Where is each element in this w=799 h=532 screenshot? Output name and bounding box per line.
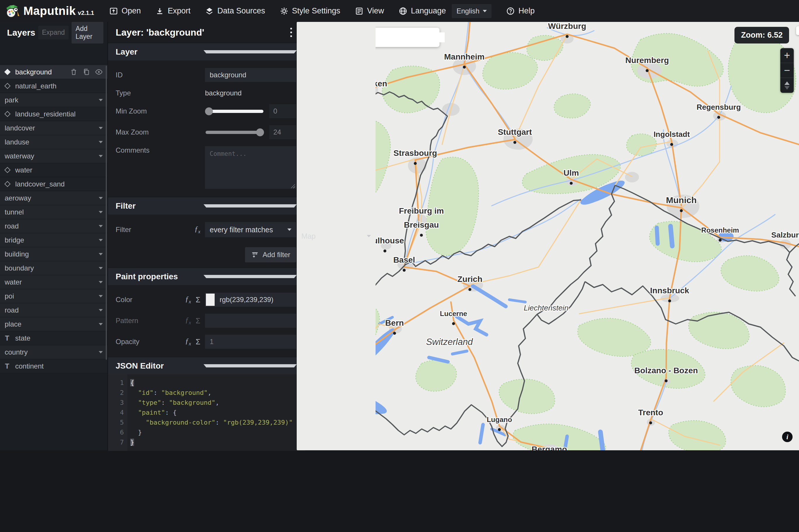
zoom-out-button[interactable]: −	[780, 63, 794, 78]
sidebar-item-natural_earth[interactable]: natural_earth	[0, 79, 108, 93]
sidebar-item-continent[interactable]: Tcontinent	[0, 359, 108, 373]
kebab-menu-icon[interactable]	[290, 28, 292, 37]
function-icon[interactable]: ƒx	[185, 295, 191, 305]
add-filter-icon	[251, 251, 259, 259]
svg-text:Rosenheim: Rosenheim	[701, 226, 739, 234]
sidebar-item-aeroway[interactable]: aeroway	[0, 191, 108, 205]
layer-name: landuse	[5, 138, 29, 146]
export-button[interactable]: Export	[155, 6, 190, 16]
chevron-down-icon	[99, 225, 103, 227]
help-button[interactable]: Help	[506, 6, 535, 16]
layers-title: Layers	[7, 28, 35, 38]
svg-text:Bergamo: Bergamo	[532, 445, 567, 450]
min-zoom-field[interactable]	[269, 104, 296, 118]
add-layer-button[interactable]: Add Layer	[72, 22, 104, 43]
sidebar-item-poi[interactable]: poi	[0, 289, 108, 303]
data-sources-label: Data Sources	[217, 6, 265, 16]
sidebar-item-water[interactable]: water	[0, 275, 108, 289]
section-paint[interactable]: Paint properties	[108, 268, 305, 285]
comments-field[interactable]	[205, 146, 296, 189]
view-select-value: Map	[301, 232, 316, 241]
json-code[interactable]: { "id": "background", "type": "backgroun…	[127, 375, 305, 451]
sidebar-item-park[interactable]: park	[0, 93, 108, 107]
sidebar-item-tunnel[interactable]: tunnel	[0, 205, 108, 219]
chevron-down-icon	[99, 351, 103, 354]
section-filter-body: Filter ƒx every filter matches Add filte…	[108, 214, 305, 268]
language-label: Language	[411, 6, 446, 16]
copy-icon[interactable]	[82, 68, 90, 76]
sidebar-item-country[interactable]: country	[0, 345, 108, 359]
data-sources-button[interactable]: Data Sources	[205, 6, 265, 16]
add-filter-label: Add filter	[262, 251, 290, 259]
sidebar-item-background[interactable]: background	[0, 65, 108, 79]
open-button[interactable]: Open	[109, 6, 141, 16]
section-json-editor[interactable]: JSON Editor	[108, 357, 305, 375]
color-swatch[interactable]	[206, 293, 215, 306]
svg-text:Breisgau: Breisgau	[404, 220, 439, 229]
color-field[interactable]	[205, 293, 296, 307]
sidebar-item-building[interactable]: building	[0, 247, 108, 261]
chevron-down-icon	[204, 364, 297, 367]
map-canvas[interactable]: WürzburgMannheimNurembergSaarbrückenRege…	[305, 22, 799, 450]
opacity-field[interactable]	[205, 335, 296, 349]
sidebar-item-road[interactable]: road	[0, 219, 108, 233]
open-icon	[109, 7, 118, 16]
map-attribution-button[interactable]: i	[782, 432, 793, 442]
sidebar-item-waterway[interactable]: waterway	[0, 149, 108, 163]
pattern-field[interactable]	[205, 314, 296, 328]
comments-label: Comments	[116, 146, 205, 154]
function-icon[interactable]: ƒx	[185, 337, 191, 347]
svg-text:Würzburg: Würzburg	[548, 22, 587, 31]
json-line-numbers: 1234567	[108, 375, 127, 451]
sidebar-item-landcover[interactable]: landcover	[0, 121, 108, 135]
svg-text:Bern: Bern	[385, 318, 404, 327]
layer-name: landcover_sand	[15, 180, 64, 188]
add-filter-button[interactable]: Add filter	[245, 247, 296, 262]
sidebar-item-road[interactable]: road	[0, 303, 108, 317]
section-filter[interactable]: Filter	[108, 197, 305, 214]
min-zoom-slider[interactable]	[205, 108, 264, 115]
layer-name: water	[5, 278, 22, 286]
type-layer-icon: T	[5, 334, 10, 342]
trash-icon[interactable]	[70, 68, 78, 76]
sidebar-item-bridge[interactable]: bridge	[0, 233, 108, 247]
compass-button[interactable]	[780, 78, 794, 93]
sidebar-item-landuse[interactable]: landuse	[0, 135, 108, 149]
language-select[interactable]: English	[452, 4, 491, 18]
eye-icon[interactable]	[95, 68, 103, 76]
sigma-icon[interactable]: Σ	[196, 337, 200, 346]
app-version: v2.1.1	[78, 10, 94, 16]
expand-button[interactable]: Expand	[38, 26, 69, 39]
help-icon	[506, 7, 515, 16]
type-label: Type	[116, 89, 205, 97]
sidebar-item-water[interactable]: water	[0, 163, 108, 177]
sigma-icon[interactable]: Σ	[196, 295, 200, 304]
layer-list: backgroundnatural_earthparklanduse_resid…	[0, 65, 108, 373]
resize-grip-icon[interactable]	[290, 184, 295, 188]
sidebar-item-boundary[interactable]: boundary	[0, 261, 108, 275]
app-title: Maputnik	[23, 4, 76, 18]
sidebar-scrollbar[interactable]	[106, 66, 107, 360]
filter-combinator-select[interactable]: every filter matches	[205, 222, 296, 237]
view-menu[interactable]: View	[355, 6, 384, 16]
data-sources-icon	[205, 7, 214, 16]
max-zoom-field[interactable]	[269, 125, 296, 139]
language-menu[interactable]: Language	[398, 6, 446, 16]
json-editor[interactable]: 1234567 { "id": "background", "type": "b…	[108, 375, 305, 451]
sidebar-item-place[interactable]: place	[0, 317, 108, 331]
max-zoom-slider[interactable]	[205, 128, 264, 136]
layer-name: country	[5, 348, 28, 356]
section-layer[interactable]: Layer	[108, 43, 305, 60]
svg-text:Freiburg im: Freiburg im	[399, 206, 444, 215]
sidebar-item-state[interactable]: Tstate	[0, 331, 108, 345]
sidebar-item-landuse_residential[interactable]: landuse_residential	[0, 107, 108, 121]
layer-name: aeroway	[5, 194, 31, 202]
function-icon[interactable]: ƒx	[194, 225, 200, 235]
layer-name: state	[15, 334, 30, 342]
chevron-down-icon	[99, 295, 103, 297]
style-settings-button[interactable]: Style Settings	[280, 6, 340, 16]
view-select[interactable]: Map	[297, 22, 375, 450]
id-field[interactable]	[205, 68, 296, 82]
sidebar-item-landcover_sand[interactable]: landcover_sand	[0, 177, 108, 191]
zoom-in-button[interactable]: +	[780, 48, 794, 63]
